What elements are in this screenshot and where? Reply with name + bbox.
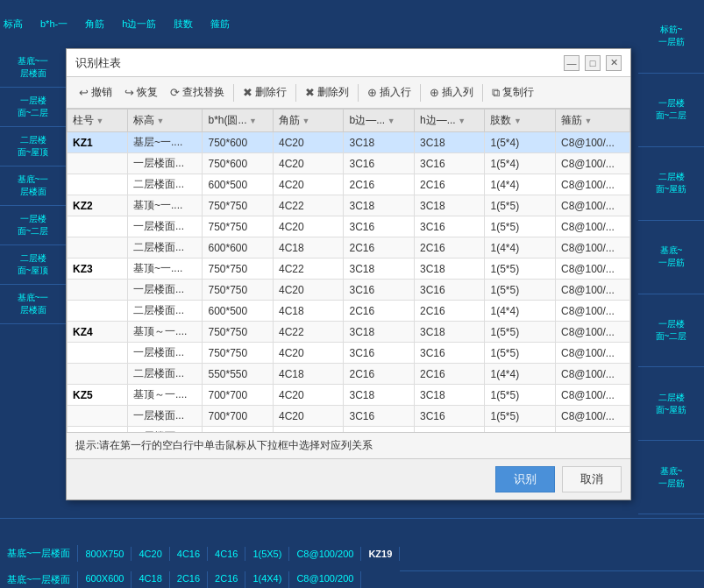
table-cell-9-0[interactable]: KZ4 [68,322,128,343]
undo-button[interactable]: ↩ 撤销 [74,82,117,103]
table-cell-9-2[interactable]: 750*750 [203,322,274,343]
table-cell-12-0[interactable]: KZ5 [68,385,128,406]
table-cell-7-3[interactable]: 4C20 [273,280,344,301]
col-header-5[interactable]: h边—... [414,110,485,132]
close-button[interactable]: ✕ [606,55,622,71]
table-cell-6-7[interactable]: C8@100/... [555,259,629,280]
table-cell-1-4[interactable]: 3C16 [344,153,415,174]
redo-button[interactable]: ↪ 恢复 [119,82,163,103]
table-cell-10-7[interactable]: C8@100/... [555,343,629,364]
table-cell-5-3[interactable]: 4C18 [273,237,344,259]
table-cell-1-0[interactable] [68,153,128,174]
table-cell-14-1[interactable]: 二层楼面... [128,427,203,434]
table-cell-5-5[interactable]: 2C16 [414,237,485,259]
table-cell-8-5[interactable]: 2C16 [414,301,485,322]
table-cell-3-1[interactable]: 基顶~一.... [128,195,203,216]
table-cell-8-7[interactable]: C8@100/... [555,301,629,322]
table-cell-0-6[interactable]: 1(5*4) [485,132,556,153]
table-cell-11-4[interactable]: 2C16 [344,364,415,385]
table-row[interactable]: 一层楼面...750*6004C203C163C161(5*4)C8@100/.… [68,153,630,174]
table-cell-1-3[interactable]: 4C20 [273,153,344,174]
table-cell-8-6[interactable]: 1(4*4) [485,301,556,322]
table-cell-7-2[interactable]: 750*750 [203,280,274,301]
table-cell-1-5[interactable]: 3C16 [414,153,485,174]
table-cell-1-7[interactable]: C8@100/... [555,153,629,174]
table-cell-8-2[interactable]: 600*500 [203,301,274,322]
confirm-button[interactable]: 识别 [495,466,555,492]
table-cell-10-4[interactable]: 3C16 [344,343,415,364]
table-cell-14-3[interactable]: 4C18 [273,427,344,434]
table-cell-12-1[interactable]: 基顶～一.... [128,385,203,406]
table-cell-11-1[interactable]: 二层楼面... [128,364,203,385]
table-container[interactable]: 柱号 标高 b*h(圆... 角筋 b边—... h边—... 肢数 箍筋 KZ… [67,109,630,433]
col-header-7[interactable]: 箍筋 [555,110,629,132]
table-cell-7-0[interactable] [68,280,128,301]
table-cell-14-0[interactable] [68,427,128,434]
table-cell-0-7[interactable]: C8@100/... [555,132,629,153]
table-row[interactable]: 一层楼面...750*7504C203C163C161(5*5)C8@100/.… [68,343,630,364]
table-cell-3-3[interactable]: 4C22 [273,195,344,216]
table-cell-13-6[interactable]: 1(5*5) [485,406,556,427]
table-cell-14-6[interactable]: 1(4*4) [485,427,556,434]
table-cell-0-0[interactable]: KZ1 [68,132,128,153]
table-cell-8-4[interactable]: 2C16 [344,301,415,322]
table-cell-4-1[interactable]: 一层楼面... [128,216,203,237]
table-row[interactable]: 二层楼面...600*5004C182C162C161(4*4)C8@100/.… [68,301,630,322]
table-cell-5-1[interactable]: 二层楼面... [128,237,203,259]
table-cell-13-1[interactable]: 一层楼面... [128,406,203,427]
table-cell-13-0[interactable] [68,406,128,427]
table-cell-3-5[interactable]: 3C18 [414,195,485,216]
table-cell-10-3[interactable]: 4C20 [273,343,344,364]
table-cell-3-0[interactable]: KZ2 [68,195,128,216]
table-cell-12-2[interactable]: 700*700 [203,385,274,406]
table-cell-8-0[interactable] [68,301,128,322]
col-header-3[interactable]: 角筋 [273,110,344,132]
table-cell-11-2[interactable]: 550*550 [203,364,274,385]
table-cell-3-2[interactable]: 750*750 [203,195,274,216]
table-cell-5-4[interactable]: 2C16 [344,237,415,259]
table-cell-6-5[interactable]: 3C18 [414,259,485,280]
table-row[interactable]: 二层楼面...600*6004C182C162C161(4*4)C8@100/.… [68,237,630,259]
table-cell-9-7[interactable]: C8@100/... [555,322,629,343]
table-cell-13-3[interactable]: 4C20 [273,406,344,427]
table-row[interactable]: 二层楼面...550*5504C182C162C161(4*4)C8@100/.… [68,364,630,385]
col-header-0[interactable]: 柱号 [68,110,128,132]
delete-row-button[interactable]: ✖ 删除行 [238,82,292,103]
table-cell-14-7[interactable]: C8@100/... [555,427,629,434]
table-cell-4-2[interactable]: 750*750 [203,216,274,237]
table-cell-1-2[interactable]: 750*600 [203,153,274,174]
table-cell-12-6[interactable]: 1(5*5) [485,385,556,406]
table-cell-2-2[interactable]: 600*500 [203,174,274,195]
table-row[interactable]: 一层楼面...750*7504C203C163C161(5*5)C8@100/.… [68,280,630,301]
table-cell-6-1[interactable]: 基顶~一.... [128,259,203,280]
table-cell-1-6[interactable]: 1(5*4) [485,153,556,174]
table-cell-4-7[interactable]: C8@100/... [555,216,629,237]
table-cell-5-6[interactable]: 1(4*4) [485,237,556,259]
minimize-button[interactable]: — [564,55,580,71]
table-row[interactable]: 一层楼面...750*7504C203C163C161(5*5)C8@100/.… [68,216,630,237]
table-cell-0-4[interactable]: 3C18 [344,132,415,153]
table-cell-8-3[interactable]: 4C18 [273,301,344,322]
table-cell-9-1[interactable]: 基顶～一.... [128,322,203,343]
table-cell-11-7[interactable]: C8@100/... [555,364,629,385]
delete-col-button[interactable]: ✖ 删除列 [300,82,354,103]
table-cell-11-5[interactable]: 2C16 [414,364,485,385]
table-cell-14-2[interactable]: 550*550 [203,427,274,434]
table-row[interactable]: 一层楼面...700*7004C203C163C161(5*5)C8@100/.… [68,406,630,427]
table-cell-13-7[interactable]: C8@100/... [555,406,629,427]
table-cell-4-3[interactable]: 4C20 [273,216,344,237]
table-cell-9-6[interactable]: 1(5*5) [485,322,556,343]
table-cell-7-6[interactable]: 1(5*5) [485,280,556,301]
table-cell-11-0[interactable] [68,364,128,385]
table-cell-8-1[interactable]: 二层楼面... [128,301,203,322]
table-cell-11-6[interactable]: 1(4*4) [485,364,556,385]
table-cell-9-3[interactable]: 4C22 [273,322,344,343]
cancel-button[interactable]: 取消 [562,466,622,492]
table-cell-7-4[interactable]: 3C16 [344,280,415,301]
table-cell-13-2[interactable]: 700*700 [203,406,274,427]
table-cell-0-5[interactable]: 3C18 [414,132,485,153]
table-cell-13-4[interactable]: 3C16 [344,406,415,427]
table-cell-6-2[interactable]: 750*750 [203,259,274,280]
table-cell-3-7[interactable]: C8@100/... [555,195,629,216]
table-row[interactable]: 二层楼面...600*5004C202C162C161(4*4)C8@100/.… [68,174,630,195]
